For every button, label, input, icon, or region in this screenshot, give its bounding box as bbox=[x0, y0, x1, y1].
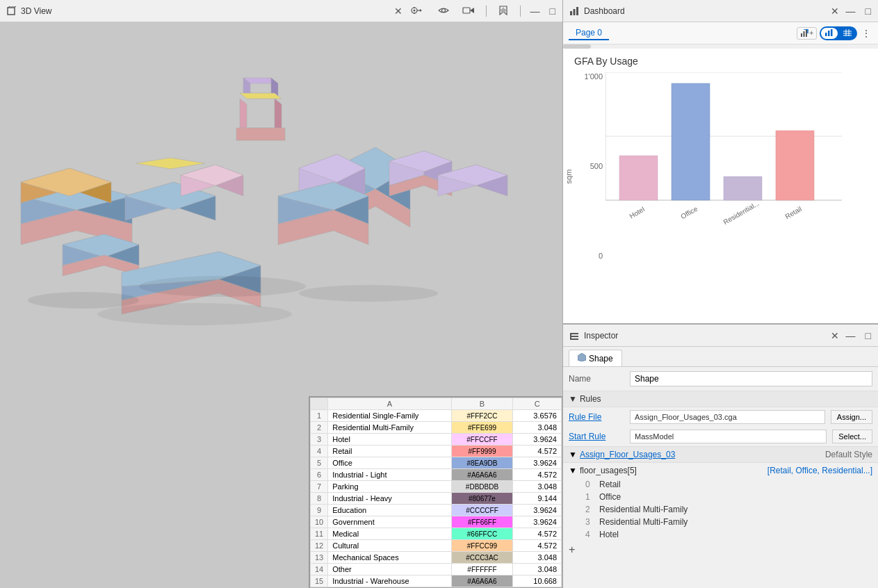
3d-view-toolbar: — □ bbox=[408, 4, 557, 18]
scrollbar-thumb[interactable] bbox=[563, 44, 591, 49]
cell-color: #FFFFFF bbox=[451, 564, 513, 575]
cell-value: 3.9624 bbox=[513, 516, 562, 528]
table-view-option[interactable] bbox=[839, 28, 856, 39]
table-row: 1Residential Single-Family#FFF2CC3.6576 bbox=[311, 410, 562, 422]
chart-inner: Hotel Office Residential... Retail bbox=[605, 72, 867, 281]
cell-color: #FF9999 bbox=[451, 446, 513, 457]
cell-color: #FF66FF bbox=[451, 516, 513, 528]
navigate-tool[interactable] bbox=[408, 4, 428, 18]
dashboard-titlebar: Dashboard ✕ — □ bbox=[563, 0, 878, 22]
cell-color: #DBDBDB bbox=[451, 481, 513, 493]
dashboard-minimize[interactable]: — bbox=[845, 6, 857, 17]
3d-viewport[interactable]: A B C 1Residential Single-Family#FFF2CC3… bbox=[0, 22, 562, 588]
add-chart-btn[interactable]: + bbox=[797, 27, 817, 40]
name-label: Name bbox=[569, 374, 624, 384]
dashboard-maximize[interactable]: □ bbox=[864, 6, 872, 17]
cell-usage-type: Office bbox=[328, 457, 451, 469]
svg-rect-71 bbox=[576, 7, 578, 15]
table-row: 9Education#CCCCFF3.9624 bbox=[311, 505, 562, 516]
table-row: 10Government#FF66FF3.9624 bbox=[311, 516, 562, 528]
table-row: 14Other#FFFFFF3.048 bbox=[311, 564, 562, 575]
cell-usage-type: Education bbox=[328, 505, 451, 516]
svg-rect-73 bbox=[804, 31, 805, 37]
svg-marker-14 bbox=[499, 7, 507, 14]
table-row: 13Mechanical Spaces#CCC3AC3.048 bbox=[311, 552, 562, 564]
cell-color: #FFF2CC bbox=[451, 410, 513, 422]
record-tool[interactable] bbox=[460, 4, 478, 18]
floor-usage-index: 3 bbox=[585, 517, 594, 527]
floor-usages-header[interactable]: ▼ floor_usages[5] [Retail, Office, Resid… bbox=[563, 463, 878, 478]
cell-color: #CCC3AC bbox=[451, 552, 513, 564]
inspector-minimize[interactable]: — bbox=[845, 330, 857, 341]
rules-header[interactable]: ▼ Rules bbox=[563, 391, 878, 407]
cell-usage-type: Cultural bbox=[328, 540, 451, 552]
view-toggle[interactable] bbox=[820, 26, 857, 40]
cell-value: 9.144 bbox=[513, 493, 562, 505]
bookmark-tool[interactable] bbox=[495, 4, 512, 18]
svg-marker-42 bbox=[236, 128, 285, 140]
3d-view-minimize[interactable]: — bbox=[529, 6, 542, 17]
row-number: 7 bbox=[311, 481, 328, 493]
start-rule-input[interactable] bbox=[630, 430, 827, 443]
shape-tabs: Shape bbox=[563, 347, 878, 367]
floor-usage-items: 0Retail1Office2Residential Multi-Family3… bbox=[563, 478, 878, 541]
dashboard-more-btn[interactable]: ⋮ bbox=[860, 26, 872, 40]
cell-value: 3.048 bbox=[513, 552, 562, 564]
cell-usage-type: Residential Single-Family bbox=[328, 410, 451, 422]
svg-rect-101 bbox=[570, 333, 571, 338]
left-panel: 3D View ✕ — □ bbox=[0, 0, 563, 588]
inspector-close[interactable]: ✕ bbox=[829, 330, 840, 341]
3d-view-close[interactable]: ✕ bbox=[393, 6, 404, 17]
name-field-row: Name bbox=[563, 367, 878, 391]
cell-value: 3.6576 bbox=[513, 410, 562, 422]
row-number: 13 bbox=[311, 552, 328, 564]
cell-color: #FFCCFF bbox=[451, 434, 513, 446]
name-input[interactable] bbox=[630, 371, 872, 386]
rule-file-label[interactable]: Rule File bbox=[569, 412, 624, 422]
dashboard-close[interactable]: ✕ bbox=[829, 6, 840, 17]
spreadsheet: A B C 1Residential Single-Family#FFF2CC3… bbox=[309, 396, 562, 588]
cell-usage-type: Industrial - Light bbox=[328, 469, 451, 481]
chart-svg: Hotel Office Residential... Retail bbox=[605, 72, 842, 274]
col-header-c: C bbox=[513, 398, 562, 410]
inspector-icon bbox=[569, 330, 580, 341]
cell-usage-type: Other bbox=[328, 564, 451, 575]
3d-view-maximize[interactable]: □ bbox=[548, 6, 557, 17]
assign-title[interactable]: Assign_Floor_Usages_03 bbox=[580, 450, 675, 459]
assign-collapse-icon: ▼ bbox=[569, 450, 577, 459]
select-btn[interactable]: Select... bbox=[832, 430, 872, 443]
row-number: 15 bbox=[311, 575, 328, 587]
cell-color: #CCCCFF bbox=[451, 505, 513, 516]
svg-rect-77 bbox=[825, 33, 827, 36]
add-floor-usage-btn[interactable]: + bbox=[563, 541, 878, 559]
svg-rect-78 bbox=[828, 31, 830, 36]
rule-file-input[interactable] bbox=[630, 410, 825, 424]
cell-color: #A6A6A6 bbox=[451, 575, 513, 587]
cell-usage-type: Hotel bbox=[328, 434, 451, 446]
page-0-tab[interactable]: Page 0 bbox=[569, 26, 609, 40]
toolbar-sep-2 bbox=[520, 6, 521, 17]
cell-value: 4.572 bbox=[513, 528, 562, 540]
cell-value: 3.048 bbox=[513, 564, 562, 575]
chart-container: GFA By Usage sqm 1'000 500 0 bbox=[563, 49, 878, 313]
cell-value: 3.048 bbox=[513, 481, 562, 493]
cell-usage-type: Industrial - Heavy bbox=[328, 493, 451, 505]
cell-usage-type: Retail bbox=[328, 446, 451, 457]
row-number: 11 bbox=[311, 528, 328, 540]
inspector-maximize[interactable]: □ bbox=[864, 330, 872, 341]
floor-usage-item: 1Office bbox=[563, 491, 878, 503]
shape-tab[interactable]: Shape bbox=[569, 350, 622, 366]
floor-usage-name: Retail bbox=[599, 480, 621, 489]
dashboard-title: Dashboard bbox=[584, 6, 825, 16]
chart-view-option[interactable] bbox=[821, 28, 838, 39]
row-number: 9 bbox=[311, 505, 328, 516]
3d-view-titlebar: 3D View ✕ — □ bbox=[0, 0, 562, 22]
cell-value: 4.572 bbox=[513, 446, 562, 457]
orbit-tool[interactable] bbox=[434, 4, 453, 18]
start-rule-row: Start Rule Select... bbox=[563, 427, 878, 446]
table-row: 6Industrial - Light#A6A6A64.572 bbox=[311, 469, 562, 481]
svg-point-8 bbox=[414, 7, 415, 8]
row-number: 4 bbox=[311, 446, 328, 457]
assign-btn[interactable]: Assign... bbox=[831, 410, 872, 424]
start-rule-label[interactable]: Start Rule bbox=[569, 432, 624, 441]
